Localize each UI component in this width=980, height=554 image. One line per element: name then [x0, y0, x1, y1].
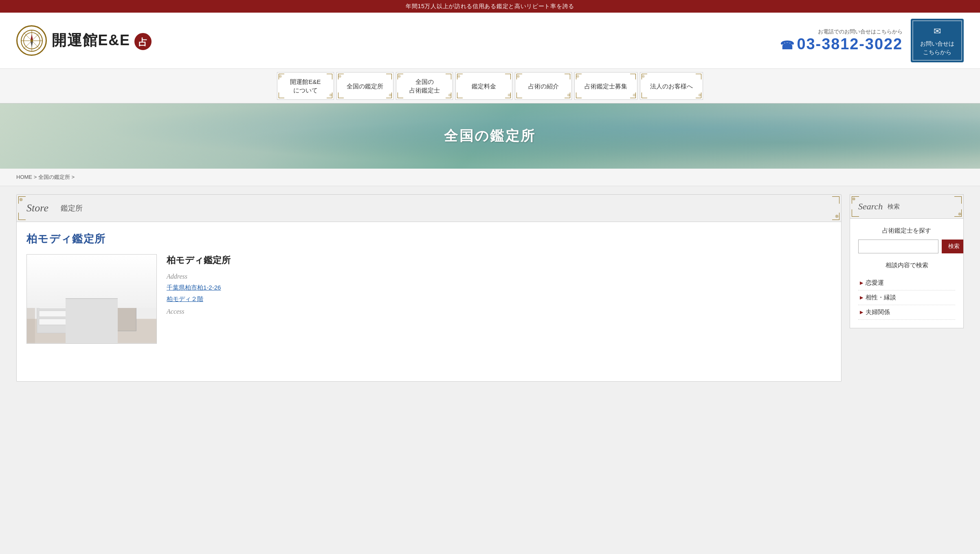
search-section-title: 占術鑑定士を探す: [858, 227, 955, 235]
logo-text-area: 開運館E&E 占: [52, 31, 152, 51]
nav-label-fortune-tellers: 全国の占術鑑定士: [409, 77, 440, 95]
category-title: 相談内容で検索: [858, 262, 955, 271]
nav-item-introduction[interactable]: 占術の紹介: [515, 72, 572, 100]
category-label-compatibility: 相性・縁談: [866, 294, 896, 301]
store-info: 柏モディ鑑定所 Address 千葉県柏市柏1-2-26 柏モディ２階 Acce…: [167, 254, 831, 344]
breadcrumb: HOME > 全国の鑑定所 >: [0, 169, 980, 186]
hero-banner: 全国の鑑定所: [0, 103, 980, 169]
search-panel-header: Search 検索: [850, 195, 963, 219]
store-interior-svg: →: [27, 254, 156, 343]
nav-item-fortune-tellers[interactable]: 全国の占術鑑定士: [396, 72, 453, 100]
compass-icon: [20, 29, 44, 53]
store-title-en: Store: [26, 202, 48, 214]
category-label-couple: 夫婦関係: [866, 308, 890, 316]
hero-title: 全国の鑑定所: [444, 127, 536, 145]
top-banner: 年間15万人以上が訪れる信用ある鑑定と高いリピート率を誇る: [0, 0, 980, 13]
store-image: →: [26, 254, 157, 344]
svg-rect-18: [39, 295, 68, 301]
content-area: Store 鑑定所 柏モディ鑑定所: [16, 194, 842, 382]
logo-circle: [16, 25, 47, 56]
breadcrumb-separator2: >: [71, 174, 75, 180]
nav-label-about: 開運館E&Eについて: [290, 77, 321, 95]
nav-item-recruitment[interactable]: 占術鑑定士募集: [574, 72, 637, 100]
nav-item-fee[interactable]: 鑑定料金: [455, 72, 512, 100]
top-banner-text: 年間15万人以上が訪れる信用ある鑑定と高いリピート率を誇る: [406, 3, 574, 9]
header-right: お電話でのお問い合せはこちらから 03-3812-3022 ✉ お問い合せは こ…: [780, 19, 964, 62]
svg-point-11: [47, 259, 72, 266]
phone-number: 03-3812-3022: [780, 35, 903, 53]
category-item-couple[interactable]: 夫婦関係: [858, 305, 955, 320]
search-title-jp: 検索: [888, 203, 900, 211]
store-content: 柏モディ鑑定所: [17, 222, 841, 354]
store-image-inner: →: [27, 255, 156, 343]
search-input[interactable]: [858, 240, 938, 253]
nav-bar: 開運館E&Eについて 全国の鑑定所 全国の占術鑑定士 鑑定料金 占術の紹介 占術…: [0, 69, 980, 103]
store-info-name: 柏モディ鑑定所: [167, 254, 831, 266]
svg-text:→: →: [41, 296, 45, 300]
contact-btn-line1: お問い合せは: [920, 40, 954, 47]
logo-name: 開運館E&E: [52, 32, 130, 48]
phone-area: お電話でのお問い合せはこちらから 03-3812-3022: [780, 28, 903, 53]
contact-button[interactable]: ✉ お問い合せは こちらから: [911, 19, 964, 62]
nav-label-stores: 全国の鑑定所: [347, 82, 383, 90]
sidebar: Search 検索 占術鑑定士を探す 検索 相談内容で検索 恋愛運 相性・縁談 …: [850, 194, 964, 382]
store-title-jp: 鑑定所: [61, 203, 83, 213]
store-panel-header: Store 鑑定所: [17, 195, 841, 222]
nav-label-corporate: 法人のお客様へ: [650, 82, 693, 90]
address-label: Address: [167, 273, 831, 280]
nav-item-about[interactable]: 開運館E&Eについて: [277, 72, 334, 100]
logo-badge: 占: [134, 33, 152, 50]
breadcrumb-stores[interactable]: 全国の鑑定所: [38, 174, 70, 180]
header: 開運館E&E 占 お電話でのお問い合せはこちらから 03-3812-3022 ✉…: [0, 13, 980, 69]
address-line1[interactable]: 千葉県柏市柏1-2-26: [167, 283, 831, 292]
nav-label-fee: 鑑定料金: [472, 82, 496, 90]
search-content: 占術鑑定士を探す 検索 相談内容で検索 恋愛運 相性・縁談 夫婦関係: [850, 219, 963, 328]
nav-label-introduction: 占術の紹介: [528, 82, 559, 90]
nav-item-stores[interactable]: 全国の鑑定所: [336, 72, 393, 100]
breadcrumb-separator1: >: [34, 174, 38, 180]
category-label-love: 恋愛運: [866, 279, 884, 287]
search-title-en: Search: [858, 201, 883, 212]
svg-point-12: [96, 259, 120, 266]
category-item-compatibility[interactable]: 相性・縁談: [858, 290, 955, 305]
svg-rect-21: [39, 319, 68, 325]
store-heading: 柏モディ鑑定所: [26, 232, 831, 246]
svg-rect-20: [39, 311, 68, 317]
contact-btn-line2: こちらから: [923, 49, 951, 55]
nav-item-corporate[interactable]: 法人のお客様へ: [640, 72, 703, 100]
nav-label-recruitment: 占術鑑定士募集: [584, 82, 627, 90]
svg-rect-19: [39, 303, 68, 309]
store-detail: → 柏モディ鑑定所 Address 千葉県柏市柏1-2-26 柏モディ２階 A: [26, 254, 831, 344]
logo-area: 開運館E&E 占: [16, 25, 152, 56]
search-panel: Search 検索 占術鑑定士を探す 検索 相談内容で検索 恋愛運 相性・縁談 …: [850, 194, 964, 328]
search-row: 検索: [858, 240, 955, 253]
main-area: Store 鑑定所 柏モディ鑑定所: [0, 186, 980, 390]
search-button[interactable]: 検索: [942, 240, 964, 253]
address-line2[interactable]: 柏モディ２階: [167, 294, 831, 304]
phone-label: お電話でのお問い合せはこちらから: [780, 28, 903, 35]
svg-rect-24: [27, 286, 35, 343]
svg-rect-23: [88, 307, 136, 331]
category-item-love[interactable]: 恋愛運: [858, 276, 955, 290]
svg-point-8: [31, 40, 33, 42]
svg-rect-10: [27, 254, 156, 286]
mail-icon: ✉: [920, 24, 955, 38]
breadcrumb-home[interactable]: HOME: [16, 174, 32, 180]
access-label: Access: [167, 308, 831, 315]
